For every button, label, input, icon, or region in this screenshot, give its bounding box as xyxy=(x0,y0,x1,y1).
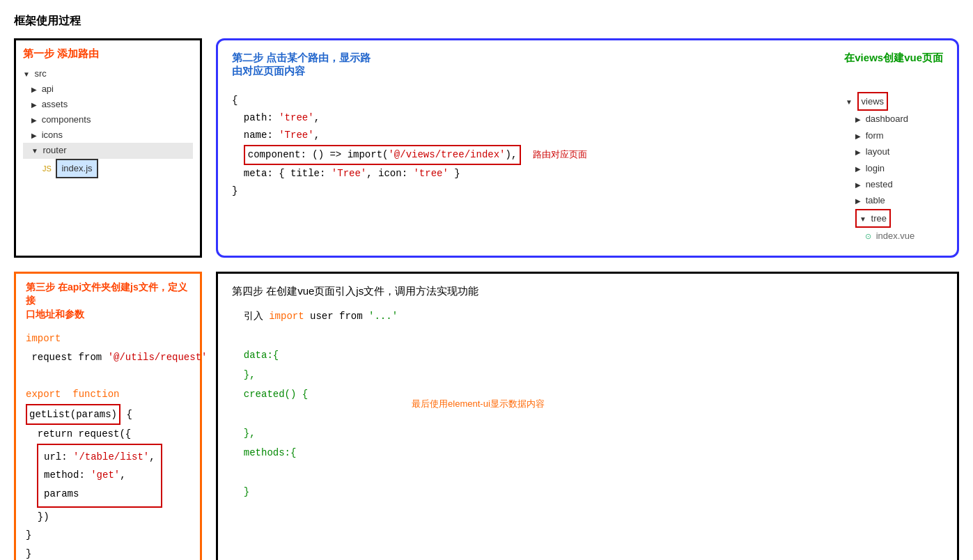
step2-code: { path: 'tree', name: 'Tree', component:… xyxy=(232,92,832,200)
step4-line9 xyxy=(232,462,398,482)
tri-down-icon-tree xyxy=(859,213,869,224)
views-tree-panel: views dashboard form layout login xyxy=(846,92,943,244)
step4-line3: data:{ xyxy=(232,345,398,365)
step4-box: 第四步 在创建vue页面引入js文件，调用方法实现功能 引入 import us… xyxy=(216,272,959,560)
src-folder: src xyxy=(35,68,47,79)
step4-label: 最后使用element-ui显示数据内容 xyxy=(412,398,545,410)
tri-right-table xyxy=(855,195,863,205)
tri-right-icon xyxy=(31,84,39,94)
step4-code: 引入 import user from '...' data:{ }, crea… xyxy=(232,306,398,501)
step4-line5: created() { xyxy=(232,384,398,404)
step3-method: method: 'get', xyxy=(44,466,155,485)
step4-line2 xyxy=(232,326,398,345)
step1-box: 第一步 添加路由 src api assets components icons xyxy=(14,38,202,258)
tri-right-dashboard xyxy=(855,114,863,124)
tri-down-icon2 xyxy=(31,145,40,155)
step3-line10: } xyxy=(26,545,190,560)
index-vue-file: index.vue xyxy=(876,231,915,241)
js-icon: JS xyxy=(42,164,52,173)
tri-right-nested xyxy=(855,179,863,189)
step3-params: params xyxy=(44,485,155,504)
page-title: 框架使用过程 xyxy=(14,14,959,29)
component-highlight: component: () => import('@/views/tree/in… xyxy=(244,145,521,165)
step3-line4: return request({ xyxy=(26,425,190,444)
step4-line4: }, xyxy=(232,365,398,384)
code-line-4: component: () => import('@/views/tree/in… xyxy=(232,145,832,165)
form-folder: form xyxy=(866,130,884,141)
api-folder: api xyxy=(42,84,54,94)
step3-code: import request from '@/utils/request' ex… xyxy=(26,329,190,560)
tri-right-layout xyxy=(855,146,863,157)
step4-line10: } xyxy=(232,482,398,501)
views-folder: views xyxy=(857,92,889,111)
step3-title: 第三步 在api文件夹创建js文件，定义接口地址和参数 xyxy=(26,281,190,322)
step2-title-right: 在views创建vue页面 xyxy=(844,52,943,78)
tree-folder-highlight: tree xyxy=(855,209,891,228)
step1-title: 第一步 添加路由 xyxy=(23,47,193,61)
tree-folder-label: tree xyxy=(871,213,887,224)
tri-right-icon3 xyxy=(31,114,39,125)
step3-line9: } xyxy=(26,526,190,545)
tri-down-icon xyxy=(23,68,32,79)
step3-line3: export function getList(params) { xyxy=(26,385,190,425)
step4-line7: }, xyxy=(232,423,398,443)
icons-folder: icons xyxy=(42,130,63,140)
assets-folder: assets xyxy=(42,99,68,109)
vue-icon: ⊙ xyxy=(865,232,871,240)
step3-box: 第三步 在api文件夹创建js文件，定义接口地址和参数 import reque… xyxy=(14,272,202,560)
step3-line8: }) xyxy=(26,508,190,527)
index-js-file: index.js xyxy=(56,159,98,178)
dashboard-folder: dashboard xyxy=(866,114,908,124)
code-line-3: name: 'Tree', xyxy=(232,127,832,144)
code-line-6: } xyxy=(232,182,832,200)
step2-box: 第二步 点击某个路由，显示路 由对应页面内容 在views创建vue页面 { p… xyxy=(216,38,959,258)
step3-line2 xyxy=(26,366,190,385)
code-line-5: meta: { title: 'Tree', icon: 'tree' } xyxy=(232,165,832,182)
step4-line6 xyxy=(232,404,398,423)
layout-folder: layout xyxy=(866,146,890,157)
tri-right-form xyxy=(855,130,863,141)
code-line-1: { xyxy=(232,92,832,109)
login-folder: login xyxy=(866,163,885,173)
table-folder: table xyxy=(866,195,885,205)
code-line-2: path: 'tree', xyxy=(232,109,832,127)
router-folder: router xyxy=(43,145,67,155)
components-folder: components xyxy=(42,114,91,125)
tri-right-login xyxy=(855,163,863,173)
tri-down-icon-views xyxy=(846,96,855,107)
step4-line1: 引入 import user from '...' xyxy=(232,306,398,326)
tri-right-icon4 xyxy=(31,130,39,140)
step4-title: 第四步 在创建vue页面引入js文件，调用方法实现功能 xyxy=(232,285,943,298)
step3-inner-block: url: '/table/list', method: 'get', param… xyxy=(26,444,190,508)
tri-right-icon2 xyxy=(31,99,39,109)
step3-url: url: '/table/list', xyxy=(44,448,155,467)
step2-title: 第二步 点击某个路由，显示路 由对应页面内容 xyxy=(232,52,371,78)
step4-label-container: 最后使用element-ui显示数据内容 xyxy=(412,306,545,501)
step1-file-tree: src api assets components icons router xyxy=(23,66,193,178)
url-block: url: '/table/list', method: 'get', param… xyxy=(37,444,162,508)
nested-folder: nested xyxy=(866,179,893,189)
route-label: 路由对应页面 xyxy=(533,146,587,162)
step3-line1: import request from '@/utils/request' xyxy=(26,329,190,366)
step4-line8: methods:{ xyxy=(232,443,398,462)
getlist-highlight: getList(params) xyxy=(26,404,120,426)
